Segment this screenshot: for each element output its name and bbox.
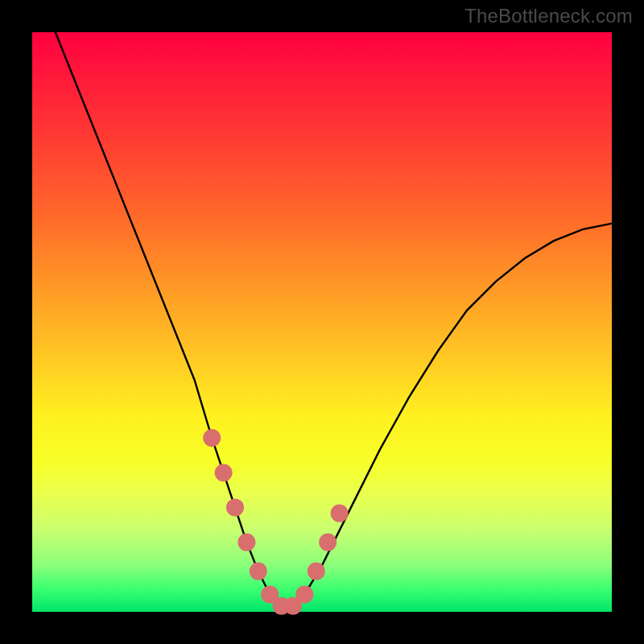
plot-area: [32, 32, 612, 612]
marker-point: [331, 505, 349, 522]
curve-svg: [32, 32, 612, 612]
marker-point: [295, 585, 313, 603]
marker-point: [215, 464, 233, 481]
marker-point: [237, 534, 255, 551]
watermark-text: TheBottleneck.com: [464, 5, 633, 27]
marker-point: [226, 498, 244, 516]
highlighted-points: [203, 429, 348, 615]
marker-point: [250, 563, 267, 580]
marker-point: [319, 534, 336, 551]
marker-point: [308, 563, 325, 580]
marker-point: [203, 429, 221, 447]
chart-frame: TheBottleneck.com: [0, 0, 644, 644]
